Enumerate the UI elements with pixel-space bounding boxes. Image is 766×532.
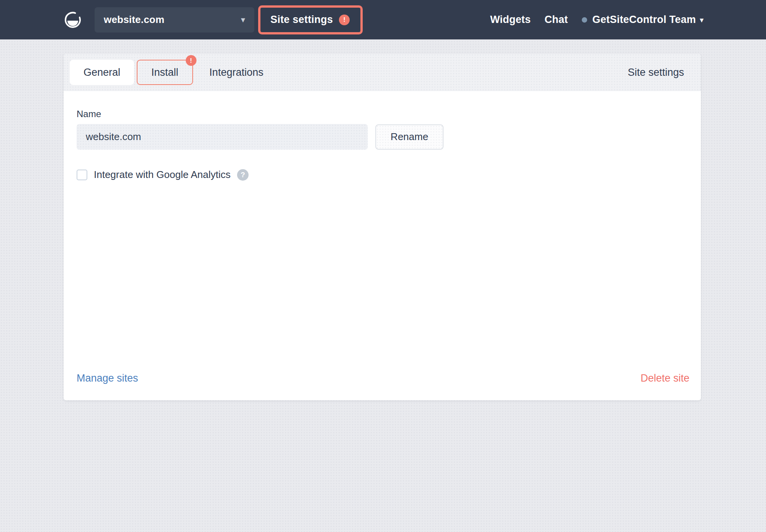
rename-button[interactable]: Rename xyxy=(375,124,444,150)
tab-integrations[interactable]: Integrations xyxy=(196,60,277,85)
tab-install-label: Install xyxy=(151,67,178,78)
manage-sites-link[interactable]: Manage sites xyxy=(77,372,138,384)
name-field-label: Name xyxy=(77,109,689,119)
tab-general-label: General xyxy=(83,67,120,78)
delete-site-link[interactable]: Delete site xyxy=(640,372,689,384)
alert-badge-icon: ! xyxy=(339,15,350,25)
general-tab-panel: Name Rename Integrate with Google Analyt… xyxy=(64,91,701,400)
nav-chat-link[interactable]: Chat xyxy=(545,14,568,26)
chevron-down-icon: ▾ xyxy=(241,16,245,24)
site-name-input[interactable] xyxy=(77,124,368,150)
getsitecontrol-logo-icon[interactable] xyxy=(64,11,82,29)
site-selector-value: website.com xyxy=(104,14,164,26)
top-nav: Widgets Chat GetSiteControl Team ▾ xyxy=(490,14,704,26)
ga-checkbox[interactable] xyxy=(77,170,87,180)
status-dot-icon xyxy=(582,17,587,23)
tab-integrations-label: Integrations xyxy=(210,67,264,78)
tab-general[interactable]: General xyxy=(70,60,134,85)
ga-checkbox-label: Integrate with Google Analytics xyxy=(94,169,231,181)
tab-install[interactable]: Install ! xyxy=(137,60,193,85)
card-footer: Manage sites Delete site xyxy=(77,372,689,384)
card-tab-bar: General Install ! Integrations Site sett… xyxy=(64,54,701,91)
page-title: Site settings xyxy=(628,67,684,78)
name-row: Rename xyxy=(77,124,689,150)
site-settings-button[interactable]: Site settings ! xyxy=(258,5,363,34)
chevron-down-icon: ▾ xyxy=(700,16,704,24)
help-icon[interactable]: ? xyxy=(237,169,249,181)
site-selector-dropdown[interactable]: website.com ▾ xyxy=(95,7,254,33)
site-settings-card: General Install ! Integrations Site sett… xyxy=(64,54,701,400)
google-analytics-row: Integrate with Google Analytics ? xyxy=(77,169,689,181)
alert-badge-icon: ! xyxy=(186,55,196,66)
topbar: website.com ▾ Site settings ! Widgets Ch… xyxy=(0,0,766,39)
account-menu[interactable]: GetSiteControl Team ▾ xyxy=(582,14,704,26)
site-settings-button-label: Site settings xyxy=(270,14,333,26)
account-name: GetSiteControl Team xyxy=(593,14,696,26)
app-root: website.com ▾ Site settings ! Widgets Ch… xyxy=(0,0,766,532)
nav-widgets-link[interactable]: Widgets xyxy=(490,14,531,26)
